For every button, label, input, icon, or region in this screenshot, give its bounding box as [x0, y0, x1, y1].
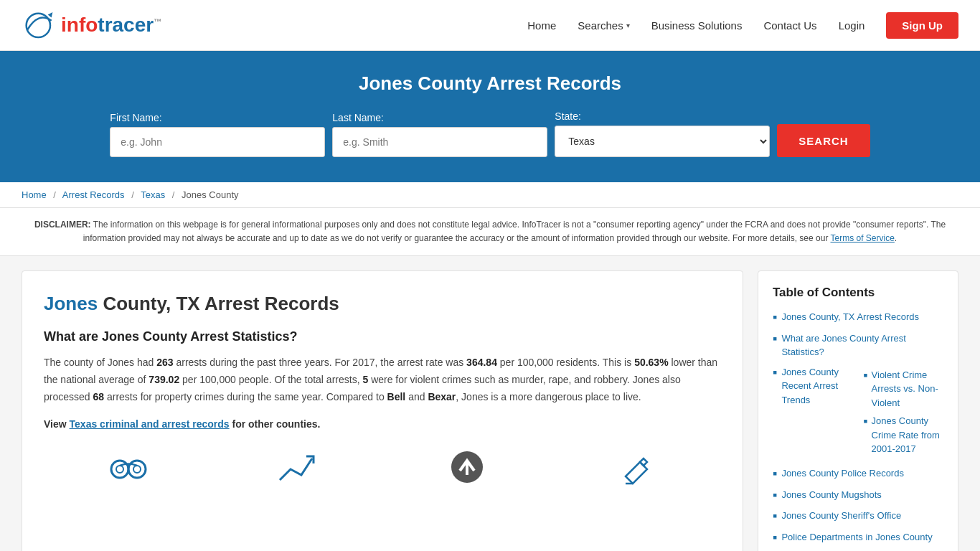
handcuffs-icon: [107, 448, 150, 494]
bullet-icon: ▪: [773, 488, 777, 504]
view-suffix: for other counties.: [230, 418, 321, 430]
toc-link[interactable]: Jones County Police Records: [781, 466, 904, 481]
chevron-down-icon: ▾: [626, 22, 630, 29]
breadcrumb-texas[interactable]: Texas: [141, 189, 165, 200]
first-name-label: First Name:: [110, 112, 161, 123]
p1-arrests: 263: [156, 357, 173, 368]
main-nav: Home Searches ▾ Business Solutions Conta…: [527, 12, 958, 39]
toc-link[interactable]: Jones County Sheriff's Office: [781, 509, 901, 523]
p1-and: and: [405, 391, 428, 402]
article-title: Jones County, TX Arrest Records: [44, 293, 721, 315]
bullet-icon: ▪: [773, 530, 777, 546]
p1-mid2: per 100,000 residents. This is: [497, 357, 634, 368]
search-form: First Name: Last Name: State: Texas Alab…: [14, 110, 966, 157]
toc-item: ▪ Jones County Mugshots: [773, 488, 943, 504]
toc-item: ▪ Police Departments in Jones County: [773, 530, 943, 546]
toc-link[interactable]: Jones County Recent Arrest Trends: [781, 365, 846, 408]
bullet-icon: ▪: [863, 414, 867, 430]
toc-sub-item: ▪ Jones County Crime Rate from 2001-2017: [863, 414, 943, 456]
toc-sublist: ▪ Violent Crime Arrests vs. Non-Violent▪…: [863, 368, 943, 461]
logo-tracer-text: tracer: [98, 14, 154, 36]
logo-info-text: info: [61, 14, 98, 36]
toc-link[interactable]: What are Jones County Arrest Statistics?: [781, 331, 943, 359]
state-field: State: Texas Alabama Alaska California F…: [555, 110, 770, 157]
toc-sub-link[interactable]: Violent Crime Arrests vs. Non-Violent: [872, 368, 943, 410]
last-name-field: Last Name:: [332, 112, 547, 157]
svg-point-5: [133, 466, 141, 473]
p1-bexar: Bexar: [428, 391, 456, 402]
breadcrumb-sep-2: /: [131, 189, 134, 200]
toc-sub-link[interactable]: Jones County Crime Rate from 2001-2017: [872, 414, 943, 456]
first-name-input[interactable]: [110, 127, 325, 157]
bullet-icon: ▪: [773, 365, 777, 381]
terms-of-service-link[interactable]: Terms of Service: [831, 233, 895, 243]
p1-end: arrests for property crimes during the s…: [104, 391, 387, 402]
trend-up-icon: [276, 448, 319, 494]
p1-mid1: arrests during the past three years. For…: [174, 357, 467, 368]
toc-sub-item: ▪ Violent Crime Arrests vs. Non-Violent: [863, 368, 943, 410]
bullet-icon: ▪: [863, 368, 867, 384]
nav-login[interactable]: Login: [839, 19, 865, 32]
signup-button[interactable]: Sign Up: [886, 12, 958, 39]
breadcrumb-arrest-records[interactable]: Arrest Records: [62, 189, 125, 200]
p1-mid4: per 100,000 people. Of the total arrests…: [179, 374, 362, 385]
disclaimer-bar: DISCLAIMER: The information on this webp…: [0, 208, 980, 256]
article-title-rest: County, TX Arrest Records: [98, 293, 339, 314]
toc-list: ▪ Jones County, TX Arrest Records▪ What …: [773, 310, 943, 551]
nav-home[interactable]: Home: [527, 19, 556, 32]
main-content: Jones County, TX Arrest Records What are…: [0, 256, 980, 551]
state-label: State:: [555, 110, 581, 122]
toc-item: ▪ Jones County Sheriff's Office: [773, 509, 943, 524]
p1-property: 68: [93, 391, 104, 402]
last-name-input[interactable]: [332, 127, 547, 157]
breadcrumb-home[interactable]: Home: [22, 189, 47, 200]
toc-item: ▪ Jones County Police Records: [773, 466, 943, 482]
toc-item: ▪ Jones County Recent Arrest Trends▪ Vio…: [773, 365, 943, 461]
disclaimer-text: The information on this webpage is for g…: [83, 220, 946, 243]
p1-lower: 50.63%: [634, 357, 668, 368]
logo-tm: ™: [154, 17, 161, 26]
toc-item: ▪ Jones County, TX Arrest Records: [773, 310, 943, 326]
header: infotracer™ Home Searches ▾ Business Sol…: [0, 0, 980, 51]
section1-heading: What are Jones County Arrest Statistics?: [44, 329, 721, 344]
edit-icon: [615, 448, 658, 494]
view-prefix: View: [44, 418, 70, 430]
section1-paragraph: The county of Jones had 263 arrests duri…: [44, 354, 721, 405]
toc-link[interactable]: Jones County Mugshots: [781, 488, 881, 502]
logo: infotracer™: [22, 7, 161, 43]
nav-contact-us[interactable]: Contact Us: [763, 19, 816, 32]
disclaimer-bold: DISCLAIMER:: [34, 220, 91, 230]
article: Jones County, TX Arrest Records What are…: [22, 270, 743, 551]
toc-link[interactable]: Jones County, TX Arrest Records: [781, 310, 919, 324]
breadcrumb-sep-1: /: [53, 189, 56, 200]
state-select[interactable]: Texas Alabama Alaska California Florida …: [555, 126, 770, 157]
p1-national: 739.02: [149, 374, 179, 385]
breadcrumb: Home / Arrest Records / Texas / Jones Co…: [0, 182, 980, 208]
view-link-para: View Texas criminal and arrest records f…: [44, 416, 721, 433]
bullet-icon: ▪: [773, 466, 777, 482]
p1-before: The county of Jones had: [44, 357, 156, 368]
hero-title: Jones County Arrest Records: [14, 72, 966, 95]
table-of-contents: Table of Contents ▪ Jones County, TX Arr…: [758, 270, 958, 551]
bullet-icon: ▪: [773, 509, 777, 524]
search-button[interactable]: SEARCH: [777, 124, 870, 157]
nav-business-solutions[interactable]: Business Solutions: [651, 19, 743, 32]
first-name-field: First Name:: [110, 112, 325, 157]
toc-link[interactable]: Police Departments in Jones County: [781, 530, 932, 545]
svg-point-4: [116, 466, 123, 473]
breadcrumb-sep-3: /: [172, 189, 175, 200]
bullet-icon: ▪: [773, 310, 777, 326]
last-name-label: Last Name:: [332, 112, 384, 123]
icons-row: [44, 448, 721, 494]
nav-searches[interactable]: Searches ▾: [578, 19, 629, 32]
breadcrumb-jones-county: Jones County: [182, 189, 239, 200]
texas-criminal-records-link[interactable]: Texas criminal and arrest records: [70, 418, 230, 430]
toc-item: ▪ What are Jones County Arrest Statistic…: [773, 331, 943, 359]
p1-rate: 364.84: [466, 357, 497, 368]
up-arrow-icon: [446, 448, 489, 494]
p1-bell: Bell: [387, 391, 406, 402]
toc-title: Table of Contents: [773, 286, 943, 300]
p1-final: , Jones is a more dangerous place to liv…: [456, 391, 641, 402]
bullet-icon: ▪: [773, 331, 777, 347]
article-title-highlight: Jones: [44, 293, 98, 314]
